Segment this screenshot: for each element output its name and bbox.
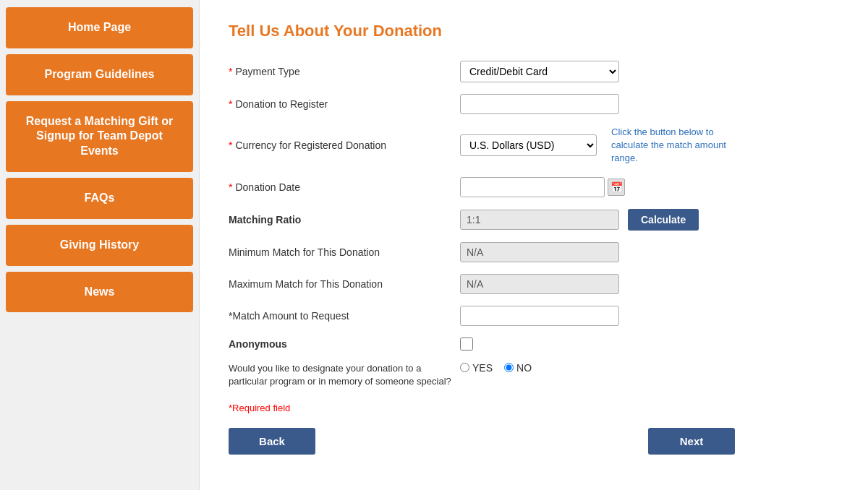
payment-type-select[interactable]: Credit/Debit Card Check Cash Other	[460, 61, 619, 82]
required-star: *	[229, 66, 232, 77]
sidebar-item-faqs[interactable]: FAQs	[6, 178, 193, 219]
sidebar-item-program-guidelines[interactable]: Program Guidelines	[6, 54, 193, 95]
max-match-row: Maximum Match for This Donation	[229, 274, 735, 294]
hint-text: Click the button below to calculate the …	[611, 126, 735, 166]
next-button[interactable]: Next	[648, 428, 735, 455]
designate-label: Would you like to designate your donatio…	[229, 362, 460, 388]
match-amount-input[interactable]	[460, 306, 619, 326]
page-title: Tell Us About Your Donation	[229, 22, 839, 40]
date-input-group: 📅	[460, 177, 625, 197]
anonymous-checkbox[interactable]	[460, 338, 473, 351]
donation-register-label: *Donation to Register	[229, 98, 460, 110]
yes-label: YES	[472, 362, 493, 374]
yes-no-radio-group: YES NO	[460, 362, 532, 374]
button-row: Back Next	[229, 428, 735, 455]
required-field-note: *Required field	[229, 403, 735, 413]
sidebar-item-request-matching[interactable]: Request a Matching Gift or Signup for Te…	[6, 101, 193, 172]
payment-type-row: *Payment Type Credit/Debit Card Check Ca…	[229, 61, 735, 82]
donation-date-row: *Donation Date 📅	[229, 177, 735, 197]
donation-register-row: *Donation to Register	[229, 94, 735, 114]
yes-radio[interactable]	[460, 363, 469, 372]
match-amount-label: *Match Amount to Request	[229, 310, 460, 322]
matching-ratio-label: Matching Ratio	[229, 214, 460, 225]
designate-row: Would you like to designate your donatio…	[229, 362, 735, 388]
required-star-4: *	[229, 181, 232, 193]
anonymous-label: Anonymous	[229, 338, 460, 350]
donation-form: *Payment Type Credit/Debit Card Check Ca…	[229, 61, 735, 455]
match-amount-row: *Match Amount to Request	[229, 306, 735, 326]
min-match-label: Minimum Match for This Donation	[229, 246, 460, 258]
no-label: NO	[516, 362, 532, 374]
donation-date-label: *Donation Date	[229, 181, 460, 193]
currency-row: *Currency for Registered Donation U.S. D…	[229, 126, 735, 166]
sidebar-item-news[interactable]: News	[6, 272, 193, 313]
max-match-input	[460, 274, 619, 294]
currency-label: *Currency for Registered Donation	[229, 139, 460, 151]
back-button[interactable]: Back	[229, 428, 315, 455]
payment-type-label: *Payment Type	[229, 66, 460, 77]
matching-ratio-input	[460, 210, 619, 230]
min-match-input	[460, 242, 619, 262]
calendar-icon[interactable]: 📅	[608, 179, 625, 196]
main-content: Tell Us About Your Donation *Payment Typ…	[200, 0, 868, 490]
required-star-3: *	[229, 139, 232, 151]
max-match-label: Maximum Match for This Donation	[229, 278, 460, 290]
required-star-2: *	[229, 98, 232, 110]
donation-date-input[interactable]	[460, 177, 605, 197]
min-match-row: Minimum Match for This Donation	[229, 242, 735, 262]
no-radio-label[interactable]: NO	[504, 362, 532, 374]
sidebar-item-giving-history[interactable]: Giving History	[6, 225, 193, 266]
sidebar: Home Page Program Guidelines Request a M…	[0, 0, 200, 490]
calculate-button[interactable]: Calculate	[628, 209, 699, 231]
currency-select[interactable]: U.S. Dollars (USD) Canadian Dollars (CAD…	[460, 134, 597, 156]
donation-register-input[interactable]	[460, 94, 619, 114]
matching-ratio-row: Matching Ratio Calculate	[229, 209, 735, 231]
no-radio[interactable]	[504, 363, 514, 372]
yes-radio-label[interactable]: YES	[460, 362, 493, 374]
sidebar-item-home-page[interactable]: Home Page	[6, 7, 193, 48]
anonymous-row: Anonymous	[229, 338, 735, 351]
